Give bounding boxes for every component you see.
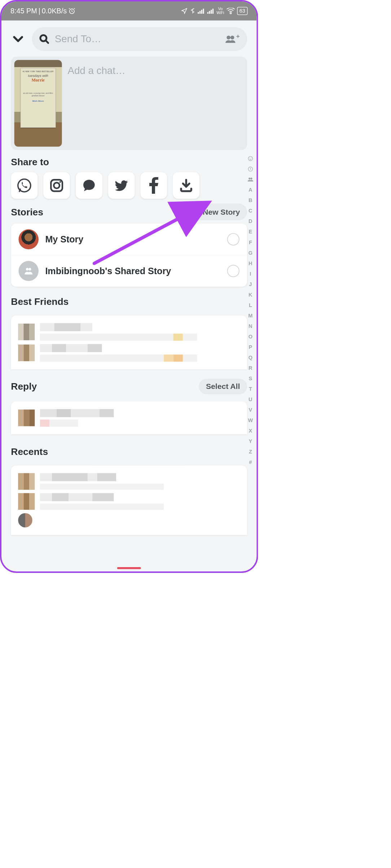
alarm-icon bbox=[68, 7, 75, 14]
list-item[interactable] bbox=[18, 473, 240, 490]
alpha-letter[interactable]: S bbox=[249, 374, 252, 383]
svg-point-24 bbox=[250, 177, 252, 179]
list-item[interactable] bbox=[18, 513, 240, 527]
avatar bbox=[18, 473, 35, 490]
svg-point-17 bbox=[26, 268, 28, 271]
reply-heading: Reply bbox=[11, 381, 37, 392]
alpha-letter[interactable]: P bbox=[249, 342, 252, 352]
signal-icon-2 bbox=[207, 8, 214, 14]
svg-point-16 bbox=[59, 181, 61, 183]
collapse-button[interactable] bbox=[11, 33, 25, 45]
alpha-letter[interactable]: O bbox=[249, 332, 252, 341]
status-bar: 8:45 PM | 0.0KB/s VoWiFi 63 bbox=[1, 1, 257, 21]
alpha-letter[interactable]: X bbox=[249, 426, 252, 435]
twitter-icon bbox=[114, 178, 129, 193]
svg-point-11 bbox=[230, 36, 234, 40]
alpha-letter[interactable]: H bbox=[249, 259, 252, 268]
signal-icon bbox=[197, 8, 205, 14]
share-messages[interactable] bbox=[76, 172, 102, 199]
story-label: Imbibingnoob's Shared Story bbox=[45, 266, 220, 276]
stories-card: My Story Imbibingnoob's Shared Story bbox=[11, 224, 247, 287]
best-friends-heading: Best Friends bbox=[1, 287, 257, 312]
share-facebook[interactable] bbox=[140, 172, 167, 199]
alpha-letter[interactable]: N bbox=[249, 321, 252, 331]
svg-point-21 bbox=[251, 158, 251, 158]
alpha-letter[interactable]: L bbox=[249, 301, 252, 310]
alpha-letter[interactable]: G bbox=[249, 248, 252, 258]
recents-card bbox=[11, 465, 247, 535]
best-friends-card bbox=[11, 316, 247, 369]
list-item[interactable] bbox=[18, 323, 240, 341]
svg-point-10 bbox=[227, 36, 230, 40]
bluetooth-icon bbox=[190, 8, 195, 14]
home-indicator[interactable] bbox=[117, 567, 141, 569]
story-label: My Story bbox=[45, 234, 220, 244]
alpha-letter[interactable]: E bbox=[249, 227, 252, 237]
svg-rect-7 bbox=[211, 10, 212, 14]
new-story-button[interactable]: + New Story bbox=[189, 203, 247, 220]
story-row-mystory[interactable]: My Story bbox=[11, 224, 247, 255]
avatar bbox=[18, 324, 35, 340]
share-whatsapp[interactable] bbox=[11, 172, 38, 199]
svg-rect-5 bbox=[207, 12, 208, 14]
alpha-letter[interactable]: # bbox=[249, 458, 252, 467]
svg-rect-4 bbox=[203, 9, 204, 14]
alpha-letter[interactable]: U bbox=[249, 395, 252, 404]
status-speed: 0.0KB/s bbox=[42, 7, 67, 15]
status-time: 8:45 PM bbox=[10, 7, 37, 15]
alpha-letter[interactable]: Q bbox=[249, 353, 252, 362]
bitmoji-avatar bbox=[18, 229, 38, 249]
download-icon bbox=[179, 178, 194, 193]
svg-point-18 bbox=[28, 268, 31, 271]
alpha-letter[interactable]: M bbox=[248, 311, 252, 320]
list-item[interactable] bbox=[18, 409, 240, 427]
svg-rect-6 bbox=[209, 11, 210, 14]
alpha-letter[interactable]: B bbox=[249, 196, 252, 205]
alpha-letter[interactable]: V bbox=[249, 405, 252, 415]
plus-icon: + bbox=[196, 207, 201, 217]
alpha-letter[interactable]: I bbox=[250, 269, 251, 279]
alpha-letter[interactable]: R bbox=[249, 363, 252, 373]
alpha-letter[interactable]: T bbox=[249, 384, 252, 394]
list-item[interactable] bbox=[18, 493, 240, 510]
facebook-icon bbox=[149, 177, 158, 194]
alpha-letter[interactable]: D bbox=[249, 217, 252, 226]
group-icon bbox=[23, 266, 34, 276]
search-row: Send To… + bbox=[1, 21, 257, 57]
add-chat-box[interactable]: #1 NEW YORK TIMES BESTSELLER tuesdays wi… bbox=[11, 57, 247, 150]
radio-unselected[interactable] bbox=[227, 233, 240, 245]
list-item[interactable] bbox=[18, 344, 240, 362]
search-input[interactable]: Send To… + bbox=[32, 27, 247, 51]
alpha-letter[interactable]: F bbox=[249, 238, 252, 247]
story-row-shared[interactable]: Imbibingnoob's Shared Story bbox=[11, 255, 247, 287]
snap-thumbnail[interactable]: #1 NEW YORK TIMES BESTSELLER tuesdays wi… bbox=[14, 60, 62, 146]
svg-point-23 bbox=[249, 177, 250, 179]
alpha-letter[interactable]: Y bbox=[249, 437, 252, 446]
alpha-letter[interactable]: C bbox=[249, 206, 252, 216]
alpha-letter[interactable]: A bbox=[249, 185, 252, 194]
avatar bbox=[18, 513, 32, 527]
svg-point-20 bbox=[250, 158, 250, 158]
alpha-letter[interactable]: W bbox=[248, 416, 253, 425]
group-index-icon[interactable] bbox=[247, 175, 253, 184]
avatar bbox=[18, 409, 35, 426]
clock-index-icon[interactable] bbox=[248, 164, 253, 174]
share-instagram[interactable] bbox=[43, 172, 70, 199]
alpha-letter[interactable]: J bbox=[249, 280, 252, 289]
vowifi-label: VoWiFi bbox=[216, 7, 224, 15]
svg-point-19 bbox=[248, 157, 252, 161]
share-to-heading: Share to bbox=[1, 150, 257, 172]
emoji-index-icon[interactable] bbox=[248, 154, 253, 163]
add-group-icon[interactable]: + bbox=[225, 34, 240, 44]
alpha-letter[interactable]: Z bbox=[249, 447, 252, 456]
alpha-letter[interactable]: K bbox=[249, 290, 252, 299]
wifi-icon bbox=[227, 8, 234, 14]
avatar bbox=[18, 493, 35, 510]
chevron-down-icon bbox=[12, 33, 24, 45]
select-all-button[interactable]: Select All bbox=[199, 379, 247, 394]
share-download[interactable] bbox=[173, 172, 199, 199]
share-twitter[interactable] bbox=[108, 172, 135, 199]
search-icon bbox=[39, 34, 49, 44]
radio-unselected[interactable] bbox=[227, 265, 240, 277]
alpha-index[interactable]: A B C D E F G H I J K L M N O P Q R S T … bbox=[247, 154, 253, 467]
